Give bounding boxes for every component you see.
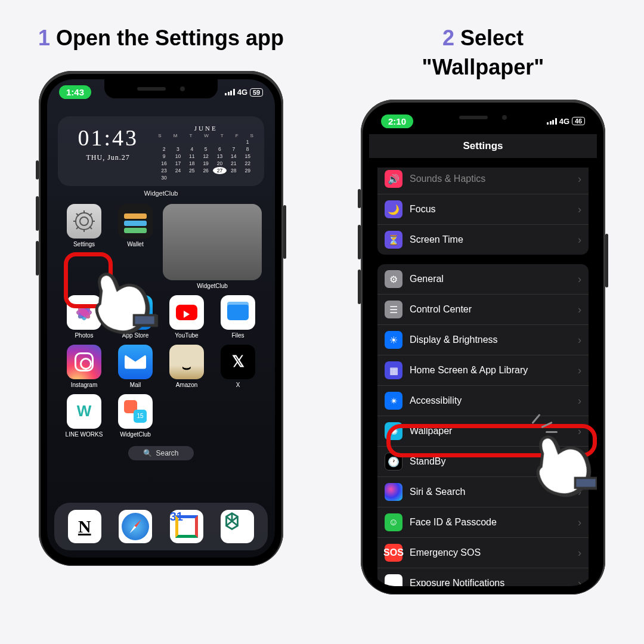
network-label: 4G [559,117,569,126]
row-icon: ✺ [385,422,402,440]
settings-row-home-screen-app-library[interactable]: ▦Home Screen & App Library› [377,355,589,385]
chevron-right-icon: › [578,516,581,529]
row-label: Focus [410,204,578,215]
row-icon: 🌙 [385,200,402,218]
status-time: 2:10 [381,114,413,128]
dock-notion[interactable]: N [68,510,101,543]
app-lineworks[interactable]: WLINE WORKS [60,394,108,438]
row-icon [385,483,402,501]
svg-line-7 [89,227,92,229]
mail-icon [118,345,153,379]
settings-row-accessibility[interactable]: ✴Accessibility› [377,385,589,416]
settings-row-display-brightness[interactable]: ☀Display & Brightness› [377,324,589,355]
row-label: Emergency SOS [410,547,578,558]
app-youtube[interactable]: YouTube [163,295,210,339]
row-label: Sounds & Haptics [410,174,578,184]
row-icon: ☺ [385,513,402,531]
chevron-right-icon: › [578,334,581,346]
row-icon: ✴ [385,392,402,410]
app-amazon[interactable]: Amazon [163,345,210,388]
svg-point-1 [80,217,88,225]
settings-row-exposure-notifications[interactable]: ✹Exposure Notifications› [377,568,589,586]
row-label: Display & Brightness [410,335,578,345]
chevron-right-icon: › [578,273,581,286]
widget-label: WidgetClub [47,190,275,197]
chevron-right-icon: › [578,173,581,185]
notch [426,108,540,127]
lineworks-icon: W [67,394,101,429]
row-icon: ⏳ [385,231,402,249]
row-label: Home Screen & App Library [410,365,578,376]
status-time: 1:43 [59,85,91,99]
row-label: Exposure Notifications [410,578,578,586]
settings-group-top: 🔊Sounds & Haptics›🌙Focus›⏳Screen Time› [377,168,589,255]
phone-mockup-1: 1:43 4G 59 01:43 THU, Jun.27 JUNE SMTWTF… [39,71,283,566]
chevron-right-icon: › [578,364,581,377]
signal-icon [225,89,235,95]
row-icon: ☰ [385,301,402,318]
widgetclub-icon [118,394,153,429]
row-label: Accessibility [410,395,578,406]
app-mail[interactable]: Mail [112,345,159,388]
youtube-icon [169,295,204,330]
svg-line-9 [76,227,79,229]
settings-row-sounds-haptics[interactable]: 🔊Sounds & Haptics› [377,168,589,194]
svg-line-8 [89,213,92,216]
amazon-icon [169,345,204,379]
row-icon: SOS [385,544,402,562]
dock-calendar[interactable]: 31 [170,510,203,543]
widget-date: THU, Jun.27 [67,153,148,162]
svg-rect-19 [575,478,597,488]
phone-mockup-2: 2:10 4G 46 Settings 🔊Sounds & Haptics›🌙F… [361,100,605,595]
step-1-heading: 1 Open the Settings app [38,24,284,53]
chevron-right-icon: › [578,547,581,559]
step-2-heading: 2 Select "Wallpaper" [422,24,544,82]
network-label: 4G [237,88,247,97]
chevron-right-icon: › [578,577,581,587]
wallet-icon [118,204,153,239]
row-label: Face ID & Passcode [410,517,578,528]
app-widgetclub[interactable]: WidgetClub [112,394,159,438]
photo-widget-icon [163,204,262,280]
widget-photo[interactable]: WidgetClub [163,204,262,289]
row-icon: 🕐 [385,453,402,470]
search-icon: 🔍 [143,449,152,457]
files-icon [221,295,255,330]
row-icon: ✹ [385,574,402,586]
dock-chatgpt[interactable] [221,510,254,543]
row-icon: ☀ [385,331,402,349]
row-label: Control Center [410,304,578,315]
step-2-column: 2 Select "Wallpaper" 2:10 4G 46 Settings [322,0,644,644]
battery-level: 46 [572,117,585,125]
settings-row-screen-time[interactable]: ⏳Screen Time› [377,224,589,255]
dock-safari[interactable] [119,510,152,543]
settings-row-emergency-sos[interactable]: SOSEmergency SOS› [377,537,589,568]
notch [104,79,218,98]
row-icon: ▦ [385,361,402,379]
settings-row-focus[interactable]: 🌙Focus› [377,194,589,224]
settings-nav-title: Settings [369,134,597,158]
instagram-icon [67,345,101,379]
home-search[interactable]: 🔍 Search [128,446,194,460]
row-icon: ⚙ [385,270,402,288]
app-files[interactable]: Files [214,295,262,339]
chevron-right-icon: › [578,304,581,316]
settings-row-general[interactable]: ⚙General› [377,264,589,294]
widget-month: JUNE [157,125,255,132]
app-x[interactable]: 𝕏X [214,345,262,388]
settings-row-face-id-passcode[interactable]: ☺Face ID & Passcode› [377,507,589,537]
step-number: 2 [442,26,454,50]
row-icon: 🔊 [385,170,402,188]
app-instagram[interactable]: Instagram [60,345,108,388]
clock-calendar-widget[interactable]: 01:43 THU, Jun.27 JUNE SMTWTFS 123456789… [58,116,264,186]
svg-line-6 [76,213,79,216]
row-label: Screen Time [410,234,578,245]
svg-rect-18 [134,315,156,325]
settings-row-control-center[interactable]: ☰Control Center› [377,294,589,324]
x-icon: 𝕏 [221,345,255,379]
row-label: General [410,274,578,284]
settings-icon [67,204,101,239]
step-number: 1 [38,26,50,50]
widget-time: 01:43 [67,125,148,151]
dock: N 31 [54,503,268,550]
